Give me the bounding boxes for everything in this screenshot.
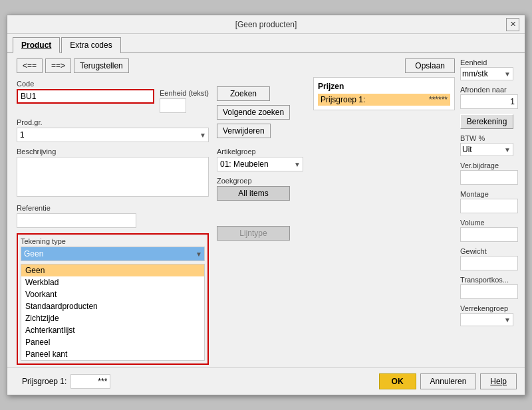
eenheid-group: Eenheid mm/stk stk m m2 ▼ xyxy=(460,58,518,80)
bottom-price-area: Prijsgroep 1: xyxy=(15,374,110,389)
title-bar: [Geen producten] ✕ xyxy=(7,15,525,34)
prodgr-field-group: Prod.gr. 1 ▼ xyxy=(17,118,209,142)
code-label: Code xyxy=(17,80,209,88)
prices-header: Prijzen xyxy=(318,82,450,91)
prodgr-select[interactable]: 1 xyxy=(17,128,209,142)
verbijdrage-label: Ver.bijdrage xyxy=(460,161,518,169)
price-row: Prijsgroep 1: ****** xyxy=(318,94,450,106)
montage-group: Montage 0.000 xyxy=(460,190,518,213)
tab-product[interactable]: Product xyxy=(13,37,60,53)
montage-input[interactable]: 0.000 xyxy=(460,199,518,213)
dropdown-item-geen[interactable]: Geen xyxy=(21,264,204,276)
dropdown-item-paneel[interactable]: Paneel xyxy=(21,336,204,348)
afronden-input[interactable] xyxy=(460,94,518,109)
save-button[interactable]: Opslaan xyxy=(405,58,455,73)
dropdown-item-werkblad[interactable]: Werkblad xyxy=(21,276,204,288)
annuleren-button[interactable]: Annuleren xyxy=(420,373,477,389)
dropdown-item-standaard[interactable]: Standaardproducten xyxy=(21,300,204,312)
dropdown-item-achterkant[interactable]: Achterkantlijst xyxy=(21,324,204,336)
bottom-prijsgroep-input[interactable] xyxy=(70,374,110,389)
gewicht-input[interactable] xyxy=(460,256,518,270)
bottom-prijsgroep-label: Prijsgroep 1: xyxy=(22,377,66,386)
volume-input[interactable] xyxy=(460,227,518,242)
zoekgroep-field-group: Zoekgroep All items xyxy=(217,177,290,201)
referentie-label: Referentie xyxy=(17,204,209,212)
artikelgroep-field-group: Artikelgroep 01: Meubelen ▼ xyxy=(217,148,303,171)
afronden-label: Afronden naar xyxy=(460,86,518,94)
close-button[interactable]: ✕ xyxy=(506,18,519,31)
transportkos-input[interactable]: 0.000 xyxy=(460,284,518,299)
afronden-group: Afronden naar xyxy=(460,86,518,109)
zoekgroep-button[interactable]: All items xyxy=(217,186,290,201)
code-field-group: Code Eenheid (tekst) xyxy=(17,80,209,113)
tekening-type-select[interactable]: Geen xyxy=(21,247,205,261)
montage-label: Montage xyxy=(460,190,518,198)
right-sidebar: Eenheid mm/stk stk m m2 ▼ xyxy=(460,58,518,329)
volume-label: Volume xyxy=(460,219,518,227)
tekening-type-group: Tekening type Geen ▼ Geen Werkblad Voork… xyxy=(17,233,209,365)
zoeken-button[interactable]: Zoeken xyxy=(217,86,270,101)
tabs-container: Product Extra codes xyxy=(7,34,525,53)
volgende-zoeken-button[interactable]: Volgende zoeken xyxy=(217,105,290,120)
referentie-field-group: Referentie xyxy=(17,204,209,228)
dialog: [Geen producten] ✕ Product Extra codes <… xyxy=(7,15,525,395)
beschrijving-textarea[interactable] xyxy=(17,157,209,197)
beschrijving-label: Beschrijving xyxy=(17,148,209,155)
prodgr-label: Prod.gr. xyxy=(17,118,209,126)
transportkos-label: Transportkos... xyxy=(460,276,518,284)
next-button[interactable]: ==> xyxy=(45,58,71,73)
tekening-type-label: Tekening type xyxy=(21,237,205,245)
btw-select[interactable]: Uit 6% 21% xyxy=(460,143,513,156)
beschrijving-field-group: Beschrijving xyxy=(17,148,209,199)
artikelgroep-label: Artikelgroep xyxy=(217,148,303,155)
verbijdrage-group: Ver.bijdrage 0.000 xyxy=(460,161,518,185)
btw-label: BTW % xyxy=(460,134,518,142)
lijntype-button[interactable]: Lijntype xyxy=(217,226,290,241)
transportkos-group: Transportkos... 0.000 xyxy=(460,276,518,299)
gewicht-label: Gewicht xyxy=(460,247,518,255)
verbijdrage-input[interactable]: 0.000 xyxy=(460,170,518,185)
ok-button[interactable]: OK xyxy=(379,373,416,389)
bottom-bar: Prijsgroep 1: OK Annuleren Help xyxy=(7,367,525,395)
verwijderen-button[interactable]: Verwijderen xyxy=(217,124,271,138)
toolbar: <== ==> Terugstellen xyxy=(17,58,209,73)
eenheid-sidebar-label: Eenheid xyxy=(460,58,518,66)
dropdown-item-voorkant[interactable]: Voorkant xyxy=(21,288,204,300)
verrekengroep-group: Verrekengroep ▼ xyxy=(460,304,518,326)
reset-button[interactable]: Terugstellen xyxy=(74,58,129,73)
price-row-value: ****** xyxy=(429,95,448,104)
referentie-input[interactable] xyxy=(17,213,136,228)
tab-extra-codes[interactable]: Extra codes xyxy=(61,37,120,53)
dialog-title: [Geen producten] xyxy=(26,20,506,29)
price-row-label: Prijsgroep 1: xyxy=(321,95,425,104)
btw-group: BTW % Uit 6% 21% ▼ xyxy=(460,134,518,156)
tekening-dropdown-list: Geen Werkblad Voorkant Standaardproducte… xyxy=(21,264,205,361)
verrekengroep-label: Verrekengroep xyxy=(460,304,518,312)
zoekgroep-label: Zoekgroep xyxy=(217,177,290,185)
dropdown-item-zichtzijde[interactable]: Zichtzijde xyxy=(21,312,204,324)
artikelgroep-select[interactable]: 01: Meubelen xyxy=(217,157,303,171)
eenheid-tekst-input[interactable] xyxy=(160,98,186,113)
volume-group: Volume xyxy=(460,219,518,242)
gewicht-group: Gewicht xyxy=(460,247,518,270)
help-button[interactable]: Help xyxy=(480,373,517,389)
berekening-button[interactable]: Berekening xyxy=(460,114,513,129)
verrekengroep-select[interactable] xyxy=(460,313,513,326)
dropdown-item-paneel-kant[interactable]: Paneel kant xyxy=(21,348,204,360)
prev-button[interactable]: <== xyxy=(17,58,43,73)
eenheid-select[interactable]: mm/stk stk m m2 xyxy=(460,67,513,80)
eenheid-tekst-label: Eenheid (tekst) xyxy=(160,89,209,97)
prices-section: Prijzen Prijsgroep 1: ****** xyxy=(313,77,455,110)
code-input[interactable] xyxy=(17,89,154,104)
